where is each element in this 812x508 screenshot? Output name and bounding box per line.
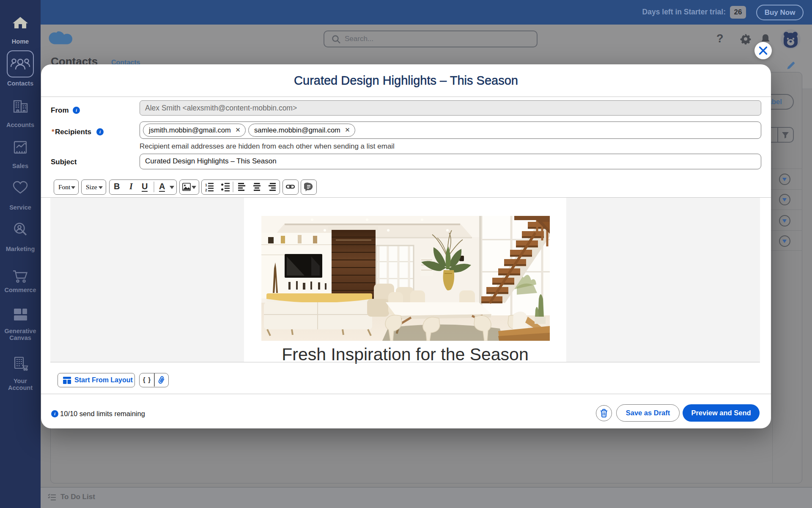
svg-text:1: 1 [205,183,207,187]
svg-text:2: 2 [205,188,207,192]
